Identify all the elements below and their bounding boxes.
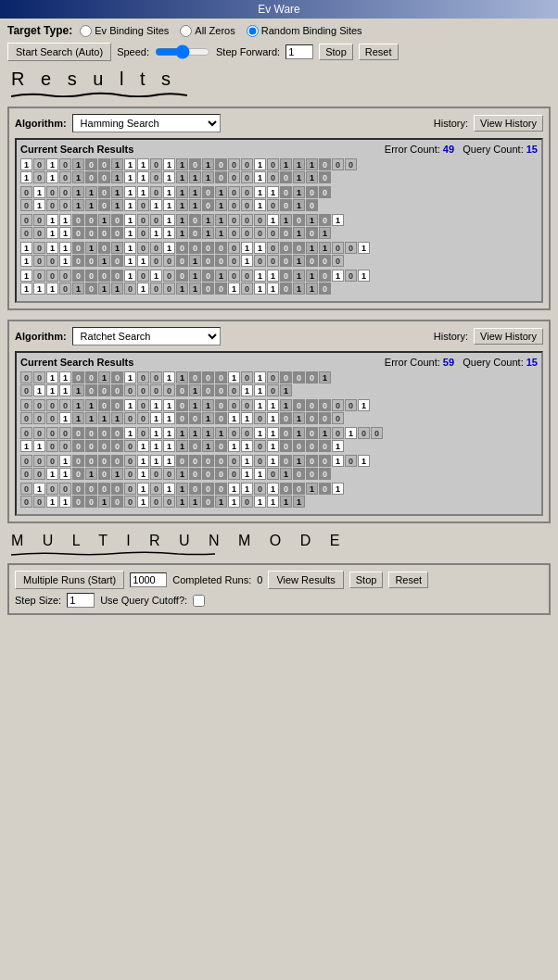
bit-cell: 0 xyxy=(280,283,292,295)
bit-cell: 1 xyxy=(20,255,32,267)
bit-cell: 1 xyxy=(241,255,253,267)
bit-cell: 0 xyxy=(228,158,240,170)
bit-cell: 0 xyxy=(202,384,214,396)
results-heading: R e s u l t s xyxy=(7,69,551,90)
history-label-2: History: xyxy=(434,331,468,342)
bit-cell: 0 xyxy=(150,371,162,383)
bit-cell: 1 xyxy=(163,171,175,183)
bit-cell: 1 xyxy=(215,199,227,211)
view-history-button-1[interactable]: View History xyxy=(474,115,543,132)
bit-cell: 0 xyxy=(319,412,331,424)
bit-cell: 1 xyxy=(189,283,201,295)
bit-cell: 0 xyxy=(111,427,123,439)
bit-cell: 0 xyxy=(72,371,84,383)
bit-cell: 0 xyxy=(46,199,58,211)
bit-cell: 1 xyxy=(124,227,136,239)
bit-cell: 0 xyxy=(306,427,318,439)
bit-cell: 0 xyxy=(332,427,344,439)
bit-cell: 0 xyxy=(332,412,344,424)
bit-cell: 1 xyxy=(20,283,32,295)
pair-row-4: 0100000001011000110100101001100100100110… xyxy=(20,483,538,508)
bit-cell: 0 xyxy=(254,440,266,452)
bit-cell: 0 xyxy=(150,255,162,267)
bit-cell: 1 xyxy=(137,171,149,183)
bit-cell: 0 xyxy=(163,496,175,508)
bit-cell: 0 xyxy=(267,242,279,254)
error-count-1: 49 xyxy=(443,144,454,155)
bit-cell: 0 xyxy=(85,483,97,495)
random-binding-radio[interactable] xyxy=(247,25,259,37)
bit-cell: 0 xyxy=(72,270,84,282)
bit-cell: 1 xyxy=(176,483,188,495)
query-count-1: 15 xyxy=(526,144,538,155)
bit-cell: 1 xyxy=(59,496,71,508)
bit-cell: 1 xyxy=(59,384,71,396)
bit-cell: 0 xyxy=(319,171,331,183)
bit-cell: 1 xyxy=(85,399,97,411)
bit-cell: 0 xyxy=(20,468,32,480)
bit-cell: 0 xyxy=(72,227,84,239)
all-zeros-radio[interactable] xyxy=(180,25,192,37)
stop-button-multi[interactable]: Stop xyxy=(349,572,384,588)
bit-cell: 1 xyxy=(85,242,97,254)
bit-cell: 0 xyxy=(306,440,318,452)
bit-cell: 0 xyxy=(176,242,188,254)
ev-binding-radio[interactable] xyxy=(80,25,92,37)
bit-cell: 1 xyxy=(293,427,305,439)
bit-cell: 0 xyxy=(293,440,305,452)
query-cutoff-checkbox[interactable] xyxy=(193,595,205,607)
hamming-section: Algorithm: Hamming Search History: View … xyxy=(7,107,551,310)
bit-cell: 1 xyxy=(85,468,97,480)
bit-cell: 1 xyxy=(111,242,123,254)
view-history-button-2[interactable]: View History xyxy=(474,328,543,345)
bit-row: 01001101101111010010010 xyxy=(20,199,538,211)
multirun-heading: M U L T I R U N M O D E xyxy=(7,533,551,549)
bit-cell: 0 xyxy=(267,227,279,239)
bit-row: 0011001001001101101111 xyxy=(20,496,538,508)
bit-cell: 0 xyxy=(254,227,266,239)
bit-cell: 1 xyxy=(111,412,123,424)
bit-cell: 1 xyxy=(176,468,188,480)
bit-cell: 0 xyxy=(163,384,175,396)
algo-select-1[interactable]: Hamming Search xyxy=(72,114,221,132)
runs-input[interactable] xyxy=(130,572,167,587)
bit-cell: 1 xyxy=(72,384,84,396)
bit-cell: 0 xyxy=(202,483,214,495)
bit-cell: 1 xyxy=(137,283,149,295)
bit-cell: 0 xyxy=(46,270,58,282)
reset-button-multi[interactable]: Reset xyxy=(388,572,428,588)
reset-button[interactable]: Reset xyxy=(359,44,399,60)
bit-cell: 0 xyxy=(306,455,318,467)
bit-cell: 0 xyxy=(46,483,58,495)
bit-cell: 0 xyxy=(176,412,188,424)
bit-cell: 1 xyxy=(46,242,58,254)
bit-row: 000011001011011000111000001 xyxy=(20,399,538,411)
speed-slider[interactable] xyxy=(155,44,210,59)
bit-cell: 0 xyxy=(345,399,357,411)
bit-cell: 1 xyxy=(241,440,253,452)
bit-cell: 0 xyxy=(150,483,162,495)
algo-select-2[interactable]: Ratchet Search xyxy=(72,327,221,346)
bit-cell: 1 xyxy=(137,186,149,198)
title-bar: Ev Ware xyxy=(0,0,558,19)
view-results-button[interactable]: View Results xyxy=(268,571,343,589)
bit-cell: 1 xyxy=(98,214,110,226)
bit-cell: 0 xyxy=(137,371,149,383)
pair-row-3: 0001000001110000010101001010011010101001… xyxy=(20,455,538,480)
bit-cell: 0 xyxy=(59,158,71,170)
stop-button[interactable]: Stop xyxy=(319,44,353,60)
bit-cell: 0 xyxy=(150,158,162,170)
bit-cell: 1 xyxy=(163,186,175,198)
bit-cell: 1 xyxy=(332,483,344,495)
bit-cell: 0 xyxy=(137,384,149,396)
bit-cell: 0 xyxy=(98,399,110,411)
multiple-runs-button[interactable]: Multiple Runs (Start) xyxy=(15,571,124,589)
bit-cell: 1 xyxy=(72,283,84,295)
step-forward-input[interactable]: 1 xyxy=(285,44,313,59)
bit-cell: 0 xyxy=(306,468,318,480)
bit-cell: 1 xyxy=(358,455,370,467)
start-search-button[interactable]: Start Search (Auto) xyxy=(7,43,111,61)
bit-cell: 0 xyxy=(111,496,123,508)
bit-row: 101010011101111000100110 xyxy=(20,171,538,183)
step-size-input[interactable] xyxy=(67,593,95,608)
